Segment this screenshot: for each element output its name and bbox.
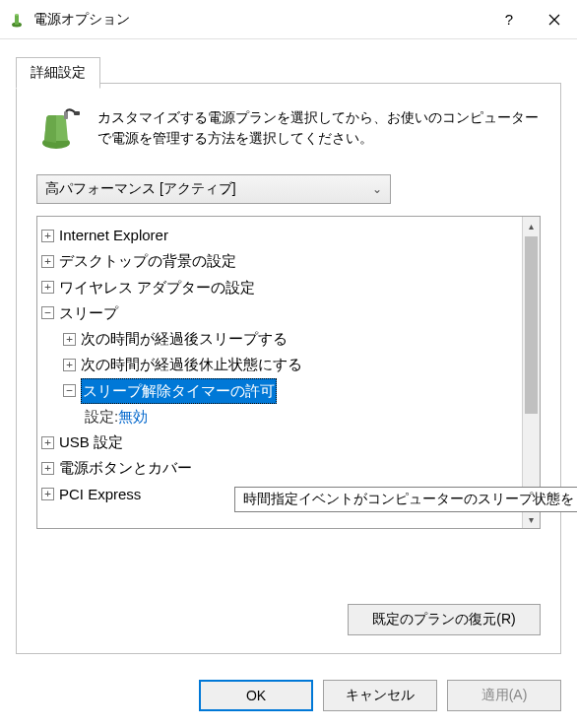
description-text: カスタマイズする電源プランを選択してから、お使いのコンピューターで電源を管理する… xyxy=(97,103,541,151)
cancel-button[interactable]: キャンセル xyxy=(323,680,437,711)
help-button[interactable]: ? xyxy=(486,0,532,39)
titlebar: 電源オプション ? xyxy=(0,0,577,39)
tree-item-label: スリープ解除タイマーの許可 xyxy=(81,378,277,404)
close-button[interactable] xyxy=(532,0,577,39)
svg-rect-4 xyxy=(64,111,68,119)
tree-item[interactable]: +デスクトップの背景の設定 xyxy=(41,248,518,274)
scroll-down-arrow[interactable]: ▾ xyxy=(523,510,540,528)
tree-item[interactable]: +ワイヤレス アダプターの設定 xyxy=(41,275,518,300)
collapse-icon[interactable]: − xyxy=(41,306,54,319)
window-title: 電源オプション xyxy=(33,11,486,29)
expand-icon[interactable]: + xyxy=(41,230,54,242)
restore-defaults-button[interactable]: 既定のプランの復元(R) xyxy=(348,604,541,635)
tab-advanced-settings[interactable]: 詳細設定 xyxy=(16,57,100,89)
tree-item-label: 次の時間が経過後スリープする xyxy=(81,326,288,352)
setting-label: 設定: xyxy=(85,404,118,430)
power-plan-icon xyxy=(36,103,84,151)
tree-item-label: 次の時間が経過後休止状態にする xyxy=(81,352,302,377)
tree-item-label: 電源ボタンとカバー xyxy=(59,455,192,481)
settings-tree-container: +Internet Explorer+デスクトップの背景の設定+ワイヤレス アダ… xyxy=(36,216,541,529)
power-options-icon xyxy=(8,11,26,29)
expand-icon[interactable]: + xyxy=(63,359,76,371)
power-plan-value: 高パフォーマンス [アクティブ] xyxy=(45,180,236,198)
ok-button[interactable]: OK xyxy=(199,680,313,711)
tree-item-label: Internet Explorer xyxy=(59,223,168,248)
svg-rect-5 xyxy=(74,111,80,115)
expand-icon[interactable]: + xyxy=(41,488,54,500)
tree-item-label: スリープ xyxy=(59,300,118,326)
tree-item-label: USB 設定 xyxy=(59,430,123,455)
setting-value[interactable]: 無効 xyxy=(118,404,148,430)
svg-rect-1 xyxy=(15,15,19,25)
tab-panel: カスタマイズする電源プランを選択してから、お使いのコンピューターで電源を管理する… xyxy=(16,83,561,654)
tree-item[interactable]: +Internet Explorer xyxy=(41,223,518,248)
tree-item-label: ワイヤレス アダプターの設定 xyxy=(59,275,255,300)
scrollbar-vertical[interactable]: ▴ ▾ xyxy=(522,217,540,528)
expand-icon[interactable]: + xyxy=(41,436,54,449)
scroll-up-arrow[interactable]: ▴ xyxy=(523,217,540,234)
svg-point-2 xyxy=(15,14,19,16)
scroll-thumb[interactable] xyxy=(525,236,538,414)
chevron-down-icon: ⌄ xyxy=(372,182,382,196)
expand-icon[interactable]: + xyxy=(41,281,54,294)
tree-item[interactable]: +USB 設定 xyxy=(41,430,518,455)
collapse-icon[interactable]: − xyxy=(63,384,76,397)
tree-item[interactable]: +次の時間が経過後休止状態にする xyxy=(41,352,518,377)
tree-item[interactable]: −スリープ解除タイマーの許可 xyxy=(41,378,518,404)
expand-icon[interactable]: + xyxy=(41,255,54,268)
expand-icon[interactable]: + xyxy=(63,333,76,346)
dialog-buttons: OK キャンセル 適用(A) xyxy=(0,666,577,725)
tree-item-label: PCI Express xyxy=(59,482,141,507)
tooltip: 時間指定イベントがコンピューターのスリープ状態を xyxy=(234,487,577,512)
expand-icon[interactable]: + xyxy=(41,462,54,475)
apply-button[interactable]: 適用(A) xyxy=(447,680,561,711)
settings-tree[interactable]: +Internet Explorer+デスクトップの背景の設定+ワイヤレス アダ… xyxy=(37,217,522,528)
tree-item[interactable]: 設定: 無効 xyxy=(41,404,518,430)
tree-item[interactable]: +次の時間が経過後スリープする xyxy=(41,326,518,352)
tree-item[interactable]: +電源ボタンとカバー xyxy=(41,455,518,481)
tree-item[interactable]: −スリープ xyxy=(41,300,518,326)
content-area: 詳細設定 カスタマイズする電源プランを選択してから、お使いのコンピューターで電源… xyxy=(0,39,577,666)
power-plan-selector[interactable]: 高パフォーマンス [アクティブ] ⌄ xyxy=(36,174,391,204)
tree-item-label: デスクトップの背景の設定 xyxy=(59,248,236,274)
